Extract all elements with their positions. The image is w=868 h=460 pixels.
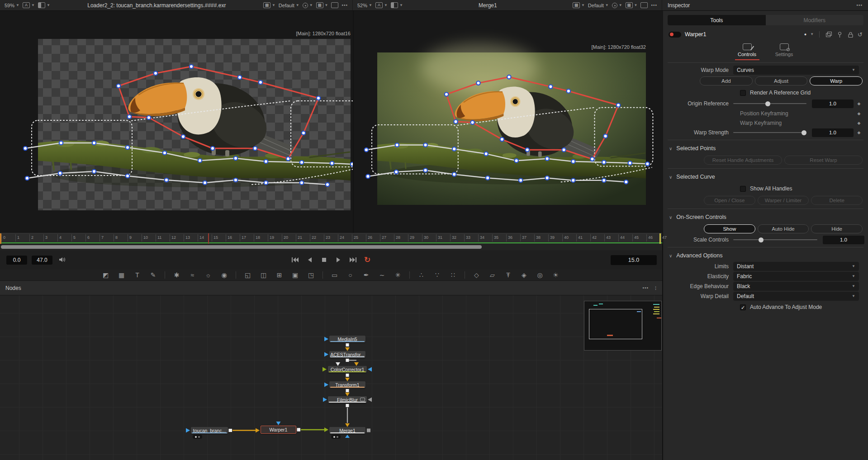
blur-icon[interactable]: ◉ bbox=[219, 270, 229, 280]
left-grid-select[interactable]: ▦▼ bbox=[316, 2, 328, 8]
keyframe-diamond-icon[interactable]: ◆ bbox=[854, 130, 864, 135]
shape-3d-icon[interactable]: ◇ bbox=[472, 270, 481, 280]
warper-limiter-button[interactable]: Warper / Limiter bbox=[758, 196, 809, 205]
left-zoom-select[interactable]: 59%▼ bbox=[5, 3, 19, 8]
section-selected-curve[interactable]: ∨Selected Curve bbox=[663, 171, 868, 183]
warp-point[interactable] bbox=[92, 170, 96, 173]
warp-point[interactable] bbox=[234, 178, 237, 182]
warp-point[interactable] bbox=[181, 135, 185, 138]
text-plus-icon[interactable]: T bbox=[133, 270, 142, 280]
add-button[interactable]: Add bbox=[700, 76, 753, 85]
warp-strength-value[interactable]: 1.0 bbox=[812, 128, 854, 137]
warp-point[interactable] bbox=[165, 178, 168, 182]
node-enable-toggle[interactable] bbox=[669, 32, 681, 38]
warp-point[interactable] bbox=[24, 147, 27, 150]
warp-point[interactable] bbox=[590, 157, 594, 161]
reset-warp-button[interactable]: Reset Warp bbox=[784, 156, 863, 165]
warp-point[interactable] bbox=[234, 156, 237, 160]
edge-behaviour-select[interactable]: Black▼ bbox=[733, 282, 859, 291]
camera-3d-icon[interactable]: ◎ bbox=[535, 270, 545, 280]
matte-control-icon[interactable]: ▣ bbox=[290, 270, 300, 280]
warp-point[interactable] bbox=[507, 75, 511, 79]
particle-render-icon[interactable]: ∷ bbox=[448, 270, 458, 280]
warp-point[interactable] bbox=[58, 171, 62, 175]
warp-point[interactable] bbox=[154, 71, 157, 75]
warp-point[interactable] bbox=[602, 179, 606, 182]
warp-point[interactable] bbox=[190, 65, 193, 68]
polygon-mask-icon[interactable]: ✒ bbox=[361, 270, 371, 280]
section-advanced-options[interactable]: ∨Advanced Options bbox=[663, 250, 868, 261]
show-button[interactable]: Show bbox=[704, 224, 755, 233]
warp-point[interactable] bbox=[366, 175, 370, 178]
scale-controls-value[interactable]: 1.0 bbox=[823, 236, 864, 244]
hide-button[interactable]: Hide bbox=[811, 224, 863, 233]
bspline-mask-icon[interactable]: ∼ bbox=[377, 270, 387, 280]
warp-point[interactable] bbox=[317, 96, 320, 100]
image-plane-3d-icon[interactable]: ▱ bbox=[488, 270, 497, 280]
node-MediaIn5[interactable]: MediaIn5 bbox=[329, 336, 365, 342]
warp-point[interactable] bbox=[198, 159, 202, 162]
origin-reference-slider[interactable] bbox=[733, 103, 806, 104]
warp-point[interactable] bbox=[567, 89, 570, 93]
warp-point[interactable] bbox=[545, 157, 549, 161]
color-curves-icon[interactable]: ≈ bbox=[188, 270, 197, 280]
time-ruler[interactable]: 0123456789101112131415161718192021222324… bbox=[0, 233, 662, 244]
show-all-handles-checkbox[interactable] bbox=[740, 186, 746, 192]
background-icon[interactable]: ◩ bbox=[101, 270, 110, 280]
left-gamut-select[interactable]: ▼ bbox=[303, 3, 313, 8]
keyframe-diamond-icon[interactable]: ◆ bbox=[854, 121, 864, 125]
right-buffer-select[interactable]: A▼ bbox=[375, 2, 388, 8]
nodes-options-button[interactable]: ••• bbox=[642, 285, 649, 290]
warp-point[interactable] bbox=[147, 116, 151, 119]
open-close-button[interactable]: Open / Close bbox=[704, 196, 755, 205]
warp-point[interactable] bbox=[628, 161, 632, 165]
node-Warper1[interactable]: Warper1 bbox=[261, 426, 296, 434]
warp-point[interactable] bbox=[515, 159, 518, 162]
go-to-end-button[interactable] bbox=[349, 257, 357, 263]
left-buffer-select[interactable]: A▼ bbox=[23, 2, 35, 8]
warp-point[interactable] bbox=[452, 172, 456, 176]
right-fit-button[interactable] bbox=[640, 2, 648, 8]
color-corrector-icon[interactable]: ☼ bbox=[204, 270, 213, 280]
section-selected-points[interactable]: ∨Selected Points bbox=[663, 142, 868, 154]
warp-point[interactable] bbox=[394, 170, 398, 174]
warp-strength-slider[interactable] bbox=[733, 132, 806, 133]
comment-bubble-icon[interactable]: ·· bbox=[360, 398, 365, 401]
node-Transform1[interactable]: Transform1 bbox=[329, 381, 365, 388]
keyframe-diamond-icon[interactable]: ◆ bbox=[854, 101, 864, 106]
right-viewer[interactable]: [Main]: 1280x720 float32 bbox=[353, 11, 662, 233]
warp-point[interactable] bbox=[126, 174, 129, 178]
warp-point[interactable] bbox=[25, 176, 29, 180]
warp-point[interactable] bbox=[300, 161, 304, 164]
warp-point[interactable] bbox=[571, 160, 575, 163]
warp-point[interactable] bbox=[602, 161, 606, 164]
lock-icon[interactable] bbox=[847, 32, 854, 38]
warp-point[interactable] bbox=[330, 161, 334, 165]
warp-point[interactable] bbox=[259, 81, 262, 84]
renderer-3d-icon[interactable]: ☀ bbox=[551, 270, 560, 280]
warp-point[interactable] bbox=[486, 176, 489, 180]
node-color-icon[interactable]: ● bbox=[804, 32, 806, 37]
warp-point[interactable] bbox=[203, 181, 207, 185]
warp-point[interactable] bbox=[500, 138, 504, 141]
scale-controls-slider[interactable] bbox=[733, 239, 817, 240]
minimap-viewport[interactable] bbox=[589, 309, 642, 339]
merge-icon[interactable]: ◫ bbox=[259, 270, 268, 280]
warp-point[interactable] bbox=[476, 81, 480, 85]
rectangle-mask-icon[interactable]: ▭ bbox=[330, 270, 339, 280]
warp-point[interactable] bbox=[549, 85, 552, 88]
warp-point[interactable] bbox=[454, 120, 457, 123]
warp-point[interactable] bbox=[423, 143, 427, 147]
right-viewer-options-button[interactable]: ••• bbox=[651, 3, 657, 8]
audio-mute-button[interactable] bbox=[59, 256, 66, 264]
color-gain-icon[interactable]: ◳ bbox=[306, 270, 316, 280]
right-dither-select[interactable]: ▩▼ bbox=[573, 2, 585, 8]
range-end-marker[interactable] bbox=[659, 233, 661, 244]
right-gamut-select[interactable]: ▼ bbox=[612, 3, 622, 8]
left-viewer-options-button[interactable]: ••• bbox=[342, 3, 348, 8]
warp-point[interactable] bbox=[302, 131, 305, 135]
left-viewer[interactable]: [Main]: 1280x720 float16 bbox=[0, 11, 353, 233]
origin-reference-value[interactable]: 1.0 bbox=[812, 100, 854, 108]
warp-point[interactable] bbox=[59, 141, 63, 145]
range-start-marker[interactable] bbox=[0, 233, 1, 244]
